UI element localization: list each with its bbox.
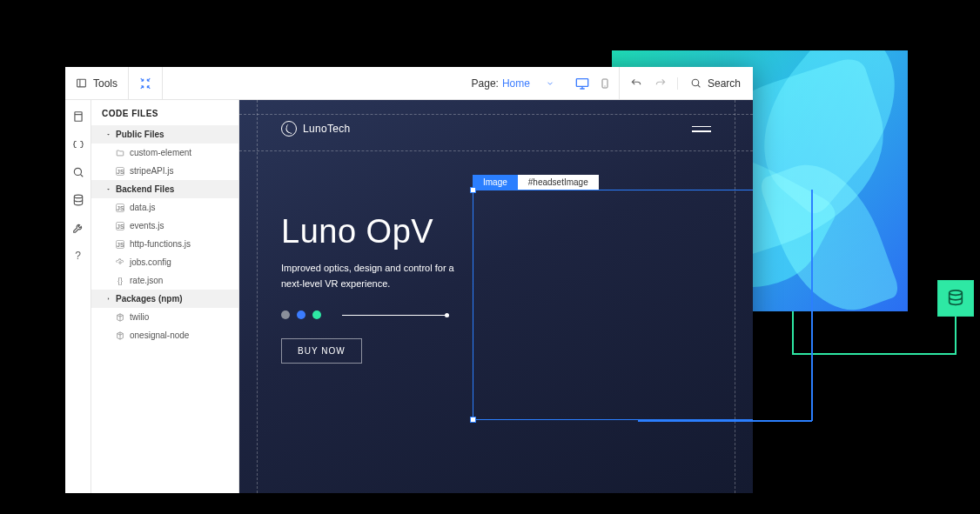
file-stripeapi[interactable]: JS stripeAPI.js (91, 162, 238, 180)
toolbar-right: Search (620, 67, 753, 99)
database-rail-icon[interactable] (72, 194, 84, 206)
help-icon[interactable]: ? (72, 250, 84, 262)
page-selector[interactable]: Home (502, 77, 530, 90)
js-icon: JS (116, 240, 124, 249)
site-header: LunoTech (281, 121, 711, 137)
pkg-twilio[interactable]: twilio (91, 308, 238, 326)
brand-name: LunoTech (303, 123, 350, 135)
search-button[interactable]: Search (678, 77, 753, 90)
chevron-down-icon (546, 79, 554, 88)
design-canvas[interactable]: LunoTech Luno OpV Improved optics, desig… (239, 100, 753, 493)
color-dot-2[interactable] (297, 310, 305, 319)
connector-line-blue (811, 190, 813, 421)
undo-icon[interactable] (630, 77, 642, 90)
resize-handle-nw[interactable] (470, 187, 476, 193)
file-rate-json[interactable]: {} rate.json (91, 271, 238, 290)
search-rail-icon[interactable] (72, 166, 84, 178)
hero-subtitle: Improved optics, design and control for … (281, 261, 455, 291)
file-data-js[interactable]: JS data.js (91, 198, 238, 217)
connector-line-blue (638, 420, 812, 422)
resize-handle-sw[interactable] (470, 417, 476, 423)
selection-type-tag[interactable]: Image (473, 175, 518, 190)
mobile-icon[interactable] (600, 77, 610, 90)
search-icon (690, 77, 701, 89)
folder-icon (116, 149, 124, 157)
tools-button[interactable]: Tools (65, 67, 129, 99)
package-icon (116, 331, 124, 340)
database-badge[interactable] (937, 280, 974, 317)
code-icon[interactable] (72, 138, 84, 150)
js-icon: JS (116, 167, 124, 176)
group-backend-files[interactable]: Backend Files (91, 180, 238, 198)
top-toolbar: Tools Page: Home Search (65, 67, 753, 100)
hero-title: Luno OpV (281, 213, 455, 250)
group-public-files[interactable]: Public Files (91, 125, 238, 144)
caret-down-icon (105, 186, 111, 192)
editor-window: Tools Page: Home Search (65, 67, 753, 493)
svg-rect-1 (77, 79, 86, 87)
selection-outline[interactable] (473, 190, 753, 420)
package-icon (116, 313, 124, 322)
sidebar-title: CODE FILES (91, 100, 238, 125)
caret-down-icon (105, 131, 111, 137)
connector-line (792, 311, 794, 355)
panel-icon (76, 77, 87, 89)
buy-now-button[interactable]: BUY NOW (281, 338, 362, 364)
file-events-js[interactable]: JS events.js (91, 217, 238, 235)
svg-point-7 (74, 195, 82, 198)
device-switcher (567, 67, 620, 99)
js-icon: JS (116, 222, 124, 230)
page-label: Page: (472, 77, 499, 90)
js-icon: JS (116, 204, 124, 212)
file-custom-element[interactable]: custom-element (91, 144, 238, 162)
svg-rect-2 (576, 78, 587, 86)
file-jobs-config[interactable]: jobs.config (91, 253, 238, 271)
database-icon (946, 289, 965, 308)
site-logo[interactable]: LunoTech (281, 121, 350, 137)
svg-point-8 (119, 261, 122, 264)
logo-mark-icon (281, 121, 297, 137)
icon-rail: ? (65, 100, 91, 493)
tools-label: Tools (93, 77, 117, 90)
color-dot-3[interactable] (312, 310, 321, 319)
svg-point-6 (74, 168, 81, 175)
group-packages[interactable]: Packages (npm) (91, 290, 238, 308)
caret-right-icon (105, 296, 111, 302)
redo-icon[interactable] (654, 77, 667, 90)
progress-line (342, 315, 446, 316)
collapse-icon (139, 77, 151, 90)
collapse-button[interactable] (129, 67, 163, 99)
svg-point-4 (692, 79, 699, 86)
undo-redo-group (620, 77, 678, 90)
pages-icon[interactable] (72, 110, 84, 123)
svg-point-0 (950, 290, 963, 296)
color-dot-1[interactable] (281, 310, 290, 319)
file-http-functions[interactable]: JS http-functions.js (91, 235, 238, 253)
connector-line (955, 317, 957, 355)
config-icon (116, 258, 124, 267)
code-files-sidebar: CODE FILES Public Files custom-element J… (91, 100, 239, 493)
desktop-icon[interactable] (575, 77, 589, 90)
color-dots (281, 310, 455, 319)
json-icon: {} (116, 277, 124, 285)
toolbar-center: Page: Home (163, 67, 567, 99)
pkg-onesignal[interactable]: onesignal-node (91, 326, 238, 344)
selection-tags: Image #headsetImage (473, 175, 599, 190)
search-label: Search (708, 77, 741, 90)
tools-rail-icon[interactable] (72, 222, 84, 234)
selection-id-tag[interactable]: #headsetImage (518, 175, 599, 190)
hamburger-menu[interactable] (692, 126, 711, 132)
hero-section: Luno OpV Improved optics, design and con… (281, 213, 455, 364)
connector-line (792, 353, 955, 355)
svg-rect-5 (74, 112, 81, 122)
